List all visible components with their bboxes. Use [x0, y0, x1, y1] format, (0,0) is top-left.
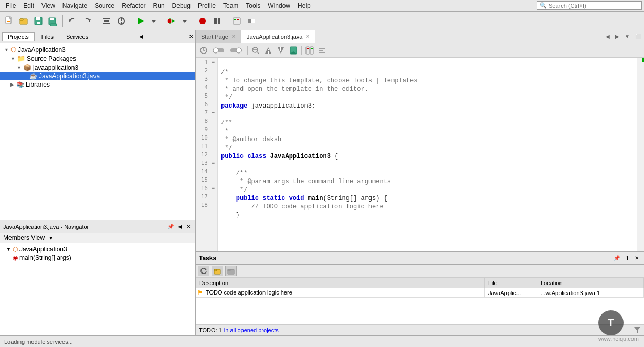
project-tree: ▼ ⬡ JavaApplication3 ▼ 📁 Source Packages… [0, 43, 195, 220]
tab-files[interactable]: Files [36, 32, 59, 41]
tree-item-source-packages[interactable]: ▼ 📁 Source Packages [0, 54, 195, 63]
menu-item-debug[interactable]: Debug [168, 1, 194, 10]
code-editor: 1 ▬ 2 3 4 5 [196, 58, 644, 251]
apply-diff-button[interactable] [230, 14, 244, 28]
menu-item-tools[interactable]: Tools [242, 1, 264, 10]
menu-item-file[interactable]: File [2, 1, 19, 10]
search-input[interactable] [548, 3, 638, 9]
tasks-pin-button[interactable]: 📌 [611, 254, 622, 262]
tasks-title: Tasks [199, 255, 216, 262]
et-dropdown-button[interactable] [228, 45, 245, 56]
fold-marker-1[interactable]: ▬ [209, 59, 217, 65]
tasks-maximize-button[interactable]: ⬆ [623, 254, 631, 262]
navigator-title: JavaApplication3.java - Navigator [3, 224, 166, 230]
fold-marker-13[interactable]: ▬ [209, 160, 217, 165]
svg-rect-45 [280, 47, 281, 50]
tasks-refresh-button[interactable] [198, 266, 209, 276]
et-indent-button[interactable] [316, 45, 328, 56]
tab-java-file[interactable]: JavaApplication3.java ✕ [241, 30, 315, 43]
tree-item-project[interactable]: ▼ ⬡ JavaApplication3 [0, 45, 195, 54]
undo-button[interactable] [66, 14, 79, 28]
breakpoint-button[interactable] [196, 14, 209, 28]
tree-item-java-file[interactable]: ☕ JavaApplication3.java [0, 72, 195, 80]
navigator-pin-button[interactable]: 📌 [166, 223, 175, 230]
tab-restore-button[interactable]: ⬜ [632, 33, 644, 40]
svg-rect-28 [233, 18, 240, 24]
debug-dropdown[interactable] [180, 14, 190, 28]
run-dropdown[interactable] [149, 14, 159, 28]
tasks-folder2-button[interactable] [225, 266, 237, 276]
reformat-button[interactable] [100, 14, 113, 28]
status-bar: Loading module services... [0, 335, 644, 347]
et-history-button[interactable] [198, 45, 209, 56]
tree-item-package[interactable]: ▼ 📦 javaapplication3 [0, 63, 195, 72]
tasks-close-button[interactable]: ✕ [632, 254, 641, 262]
tab-start-page-close[interactable]: ✕ [231, 34, 236, 39]
menu-item-run[interactable]: Run [150, 1, 168, 10]
members-dropdown-button[interactable]: ▼ [47, 235, 55, 241]
task-row-1[interactable]: ⚑ TODO code application logic here JavaA… [196, 288, 644, 298]
svg-rect-26 [214, 18, 217, 24]
continue-button[interactable] [210, 14, 224, 28]
panel-close-icon[interactable]: ✕ [187, 33, 195, 40]
et-toggle-bookmark-button[interactable] [288, 45, 299, 56]
tab-start-page[interactable]: Start Page ✕ [196, 30, 241, 43]
menu-item-source[interactable]: Source [91, 1, 118, 10]
toggle-button[interactable] [245, 14, 258, 28]
menu-item-help[interactable]: Help [294, 1, 314, 10]
line-num-16: 16 [196, 185, 209, 192]
panel-minimize-icon[interactable]: ◀ [137, 33, 145, 40]
nav-item-class[interactable]: ▼ ⬡ JavaApplication3 [2, 245, 193, 254]
run-button[interactable] [134, 14, 147, 28]
status-text: Loading module services... [4, 339, 73, 345]
menu-item-edit[interactable]: Edit [19, 1, 38, 10]
nav-item-method[interactable]: ◉ main(String[] args) [2, 254, 193, 262]
et-prev-occurrence-button[interactable] [262, 45, 274, 56]
code-content[interactable]: /* * To change this template, choose Too… [218, 58, 637, 251]
java-file-icon: ☕ [29, 72, 37, 80]
svg-rect-61 [228, 269, 230, 271]
menu-item-window[interactable]: Window [264, 1, 294, 10]
tab-next-button[interactable]: ▶ [613, 33, 622, 40]
line-num-3: 3 [196, 76, 209, 82]
tree-label-java-file: JavaApplication3.java [39, 72, 100, 80]
fold-marker-7[interactable]: ▬ [209, 110, 217, 115]
menu-item-navigate[interactable]: Navigate [59, 1, 91, 10]
new-file-button[interactable] [2, 14, 16, 28]
toolbar-separator-1 [62, 15, 63, 27]
navigator-minimize-button[interactable]: ◀ [176, 223, 184, 230]
tree-item-libraries[interactable]: ▶ 📚 Libraries [0, 80, 195, 89]
tree-label-libraries: Libraries [26, 81, 50, 88]
save-all-button[interactable] [46, 14, 60, 28]
tasks-folder-button[interactable] [212, 266, 223, 276]
debug-button[interactable] [165, 14, 178, 28]
tab-list-button[interactable]: ▼ [622, 33, 632, 40]
menu-item-refactor[interactable]: Refactor [118, 1, 149, 10]
navigator-close-button[interactable]: ✕ [185, 223, 192, 230]
tree-arrow-lib: ▶ [10, 82, 17, 87]
tab-java-file-close[interactable]: ✕ [305, 34, 310, 39]
et-toggle-button[interactable] [210, 45, 227, 56]
save-button[interactable] [31, 14, 45, 28]
tab-services[interactable]: Services [60, 32, 94, 41]
menu-item-team[interactable]: Team [219, 1, 242, 10]
tab-prev-button[interactable]: ◀ [603, 33, 613, 40]
et-diff-button[interactable] [304, 45, 315, 56]
open-project-button[interactable] [17, 14, 30, 28]
tasks-status-link[interactable]: in all opened projects [224, 327, 279, 333]
svg-point-23 [167, 19, 172, 23]
tab-projects[interactable]: Projects [2, 32, 35, 41]
refactor-button[interactable] [114, 14, 128, 28]
editor-scrollbar[interactable] [637, 58, 644, 251]
menu-item-profile[interactable]: Profile [194, 1, 219, 10]
svg-rect-46 [280, 50, 281, 51]
task-desc-text-1: TODO code application logic here [206, 289, 292, 296]
et-zoom-out-button[interactable] [250, 45, 261, 56]
et-sep-1 [247, 46, 248, 55]
et-next-occurrence-button[interactable] [275, 45, 287, 56]
fold-marker-16[interactable]: ▬ [209, 185, 217, 191]
svg-rect-3 [7, 21, 10, 22]
redo-button[interactable] [80, 14, 94, 28]
menu-item-view[interactable]: View [38, 1, 59, 10]
line-num-10: 10 [196, 134, 209, 141]
